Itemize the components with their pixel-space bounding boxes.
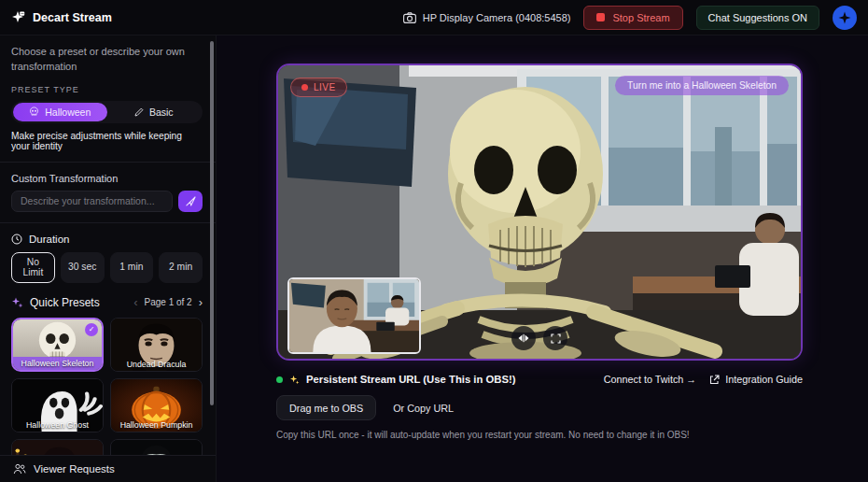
pale-face-thumb (111, 440, 202, 455)
custom-transformation-input[interactable] (11, 191, 173, 212)
pagination-label: Page 1 of 2 (145, 297, 192, 307)
live-dot-icon (301, 84, 308, 91)
basic-option-label: Basic (149, 106, 174, 118)
fullscreen-button[interactable] (543, 326, 567, 350)
account-badge-button[interactable] (833, 6, 857, 30)
fullscreen-icon (551, 333, 561, 344)
sidebar: Choose a preset or describe your own tra… (0, 35, 217, 482)
preset-type-basic[interactable]: Basic (107, 103, 202, 121)
duration-30-sec[interactable]: 30 sec (61, 252, 105, 283)
integration-guide-link[interactable]: Integration Guide (709, 374, 803, 385)
main-area: LIVE Turn me into a Halloween Skeleton (217, 35, 868, 482)
camera-icon (403, 12, 416, 23)
sparkles-icon (11, 296, 23, 308)
viewer-requests-label: Viewer Requests (34, 463, 115, 475)
video-player[interactable]: LIVE Turn me into a Halloween Skeleton (276, 64, 803, 361)
stop-stream-button[interactable]: Stop Stream (583, 6, 682, 30)
stream-url-section: Persistent Stream URL (Use This in OBS!)… (276, 374, 803, 440)
sidebar-intro-text: Choose a preset or describe your own tra… (11, 45, 203, 75)
preset-type-label: PRESET TYPE (11, 85, 203, 94)
preset-card-halloween-skeleton[interactable]: ✓ Halloween Skeleton (11, 318, 104, 372)
preset-card-undead-dracula[interactable]: Undead Dracula (110, 318, 203, 372)
sparkle-star-icon (837, 10, 852, 25)
stop-stream-label: Stop Stream (612, 12, 669, 23)
drag-to-obs-button[interactable]: Drag me to OBS (276, 395, 376, 420)
top-bar: Decart Stream HP Display Camera (0408:54… (0, 0, 868, 35)
live-label: LIVE (314, 82, 336, 92)
app-logo: Decart Stream (11, 10, 112, 25)
camera-label: HP Display Camera (0408:5458) (423, 12, 571, 23)
vampire-thumb (12, 440, 103, 455)
duration-1-min[interactable]: 1 min (110, 252, 154, 283)
viewer-requests-button[interactable]: Viewer Requests (0, 455, 216, 482)
camera-selector[interactable]: HP Display Camera (0408:5458) (403, 12, 571, 23)
duration-label: Duration (29, 234, 69, 245)
people-icon (13, 463, 26, 475)
pencil-icon (134, 107, 144, 117)
copy-url-link[interactable]: Or Copy URL (393, 403, 454, 414)
preset-label: Halloween Ghost (12, 418, 103, 432)
skull-icon (29, 106, 39, 117)
preset-type-halloween[interactable]: Halloween (13, 103, 107, 121)
preset-card-halloween-pumpkin[interactable]: Halloween Pumpkin (110, 378, 203, 432)
divider (0, 222, 216, 223)
original-camera-pip (287, 277, 421, 354)
preset-label: Undead Dracula (111, 358, 202, 371)
active-prompt-overlay: Turn me into a Halloween Skeleton (615, 76, 789, 95)
page-prev-chevron[interactable]: ‹ (133, 296, 137, 308)
pip-video-frame (289, 279, 419, 352)
chat-suggestions-toggle[interactable]: Chat Suggestions ON (696, 6, 819, 30)
sidebar-scrollbar[interactable] (210, 41, 214, 405)
duration-options: No Limit 30 sec 1 min 2 min (11, 252, 203, 283)
selected-check-icon: ✓ (85, 323, 98, 336)
compare-icon (518, 333, 529, 343)
custom-transformation-label: Custom Transformation (11, 173, 203, 184)
page-next-chevron[interactable]: › (199, 296, 203, 308)
sparkle-icon (289, 375, 300, 385)
stop-icon (596, 13, 605, 21)
preset-type-hint: Make precise adjustments while keeping y… (11, 131, 203, 151)
chat-suggestions-label: Chat Suggestions ON (708, 12, 807, 23)
external-link-icon (709, 375, 720, 385)
halloween-option-label: Halloween (45, 106, 91, 118)
preset-card-halloween-vampire[interactable]: Halloween Vampire (11, 439, 104, 455)
send-plane-icon (186, 196, 196, 206)
preset-type-toggle: Halloween Basic (11, 101, 203, 123)
preset-grid: ✓ Halloween Skeleton (11, 318, 203, 455)
clock-icon (11, 234, 22, 245)
connect-twitch-link[interactable]: Connect to Twitch → (604, 374, 696, 385)
duration-2-min[interactable]: 2 min (159, 252, 203, 283)
divider (0, 162, 216, 163)
duration-no-limit[interactable]: No Limit (11, 252, 55, 283)
compare-view-button[interactable] (511, 326, 536, 350)
online-status-dot (276, 376, 283, 383)
decart-logo-icon (11, 10, 26, 25)
stream-url-title: Persistent Stream URL (Use This in OBS!) (306, 374, 516, 385)
app-title: Decart Stream (33, 11, 112, 24)
preset-card-halloween-ghost[interactable]: Halloween Ghost (11, 378, 104, 432)
preset-card-6[interactable] (110, 439, 203, 455)
stream-url-note: Copy this URL once - it will auto-update… (276, 430, 803, 440)
send-transformation-button[interactable] (178, 191, 203, 212)
live-badge: LIVE (290, 78, 347, 97)
preset-label: Halloween Skeleton (13, 357, 102, 370)
preset-label: Halloween Pumpkin (111, 418, 202, 432)
quick-presets-label: Quick Presets (30, 296, 100, 309)
